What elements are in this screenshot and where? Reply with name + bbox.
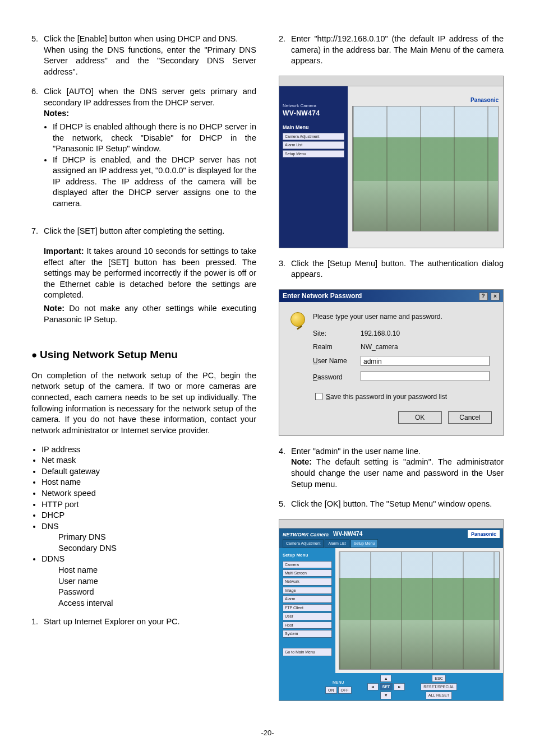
side-btn-host[interactable]: Host — [283, 622, 332, 629]
save-password-checkbox[interactable] — [315, 393, 322, 400]
close-icon[interactable]: × — [491, 293, 500, 300]
note-paragraph: Note: Do not make any other settings whi… — [44, 303, 256, 325]
save-password-label: Save this password in your password list — [326, 392, 447, 401]
note-text: Do not make any other settings while exe… — [44, 304, 256, 324]
req-host: Host name — [41, 477, 256, 488]
screenshot-setup-menu: NETWORK Camera WV-NW474 Panasonic Camera… — [279, 519, 504, 701]
req-ddns-label: DDNS — [41, 554, 64, 563]
side-btn-multiscreen[interactable]: Multi Screen — [283, 569, 332, 577]
important-label: Important: — [44, 247, 84, 256]
step-1-text: Start up Internet Explorer on your PC. — [44, 616, 256, 628]
req-ddns-user: User name — [58, 576, 256, 587]
step-text: Click the [Enable] button when using DHC… — [44, 34, 256, 77]
site-value: 192.168.0.10 — [361, 327, 492, 340]
req-http: HTTP port — [41, 499, 256, 511]
ctrl-left[interactable]: ◄ — [367, 683, 379, 690]
section-heading-text: Using Network Setup Menu — [40, 349, 178, 360]
sidebar-main-menu-label: Main Menu — [283, 124, 344, 131]
realm-label: Realm — [313, 340, 361, 354]
cancel-button[interactable]: Cancel — [448, 411, 492, 424]
side-btn-user[interactable]: User — [283, 613, 332, 620]
req-netmask: Net mask — [41, 455, 256, 466]
screenshot-main-menu: Network Camera WV-NW474 Main Menu Camera… — [279, 76, 504, 248]
username-input[interactable]: admin — [361, 356, 490, 366]
brand-logo: Panasonic — [352, 96, 499, 104]
ctrl-reset[interactable]: RESET/SPECIAL — [421, 683, 457, 690]
sidebar-btn-camera-adjustment[interactable]: Camera Adjustment — [283, 133, 344, 140]
ctrl-right[interactable]: ► — [394, 683, 405, 690]
setup-main-pane — [335, 548, 503, 673]
ctrl-menu-label: MENU — [333, 680, 344, 685]
req-ddns-interval: Access interval — [58, 598, 256, 609]
req-dns: DNS Primary DNS Secondary DNS — [41, 521, 256, 554]
ok-button[interactable]: OK — [398, 411, 442, 424]
side-btn-alarm[interactable]: Alarm — [283, 595, 332, 602]
side-btn-ftp[interactable]: FTP Client — [283, 604, 332, 611]
step-number: 3. — [279, 258, 291, 280]
step-2: 2. Enter "http://192.168.0.10" (the defa… — [279, 34, 504, 67]
step-number: 2. — [279, 34, 291, 67]
note-label: Note: — [44, 304, 64, 313]
ctrl-off[interactable]: OFF — [338, 687, 352, 694]
step-5-right-text: Click the [OK] button. The "Setup Menu" … — [291, 499, 504, 510]
ctrl-down[interactable]: ▼ — [380, 692, 391, 699]
step-5-right: 5. Click the [OK] button. The "Setup Men… — [279, 499, 504, 510]
req-dns-secondary: Secondary DNS — [58, 543, 256, 554]
screenshot-auth-dialog: Enter Network Password ? × Please type y… — [279, 289, 504, 436]
side-btn-system[interactable]: System — [283, 630, 332, 637]
requirements-list: IP address Net mask Default gateway Host… — [31, 444, 256, 609]
setup-sidebar: Setup Menu Camera Multi Screen Network I… — [279, 548, 335, 673]
step-7: 7. Click the [SET] button after completi… — [31, 226, 256, 237]
help-icon[interactable]: ? — [479, 293, 488, 300]
side-btn-image[interactable]: Image — [283, 587, 332, 594]
username-label: User Name — [313, 354, 361, 368]
realm-value: NW_camera — [361, 340, 492, 354]
step-number: 5. — [31, 34, 44, 77]
important-paragraph: Important: It takes around 10 seconds fo… — [44, 246, 256, 301]
page-number: -20- — [31, 728, 504, 738]
password-input[interactable] — [361, 371, 490, 381]
left-column: 5. Click the [Enable] button when using … — [31, 34, 256, 711]
req-ddns-pass: Password — [58, 587, 256, 598]
setup-control-bar: MENU ON OFF ▲ ◄ SET ► ▼ ESC — [279, 673, 503, 701]
req-ip: IP address — [41, 444, 256, 456]
setup-brand: Panasonic — [468, 530, 500, 538]
step-4-main: Enter "admin" in the user name line. — [291, 447, 421, 456]
step-number: 6. — [31, 86, 44, 217]
step-number: 5. — [279, 499, 291, 510]
ctrl-set[interactable]: SET — [380, 683, 393, 690]
ctrl-allreset[interactable]: ALL RESET — [426, 692, 452, 699]
sidebar-btn-alarm-list[interactable]: Alarm List — [283, 141, 344, 149]
req-dns-primary: Primary DNS — [58, 532, 256, 543]
step-1: 1. Start up Internet Explorer on your PC… — [31, 616, 256, 628]
step-4-note-text: The default setting is "admin". The admi… — [291, 457, 504, 488]
step-5-line-2: When using the DNS functions, enter the … — [44, 45, 256, 76]
ctrl-up[interactable]: ▲ — [380, 675, 391, 682]
right-column: 2. Enter "http://192.168.0.10" (the defa… — [279, 34, 504, 711]
step-5-line-1: Click the [Enable] button when using DHC… — [44, 34, 238, 43]
setup-logo: NETWORK Camera — [283, 531, 329, 538]
req-gateway: Default gateway — [41, 466, 256, 477]
key-icon — [290, 312, 305, 327]
req-ddns-host: Host name — [58, 565, 256, 576]
side-btn-camera[interactable]: Camera — [283, 561, 332, 568]
sidebar-btn-setup-menu[interactable]: Setup Menu — [283, 150, 344, 157]
setup-model: WV-NW474 — [333, 530, 362, 538]
password-label: Password — [313, 369, 361, 386]
side-btn-main-menu[interactable]: Go to Main Menu — [283, 648, 332, 656]
tab-alarm-list[interactable]: Alarm List — [325, 539, 349, 548]
browser-toolbar-2 — [279, 520, 503, 528]
tab-camera-adjustment[interactable]: Camera Adjustment — [283, 539, 324, 548]
ctrl-esc[interactable]: ESC — [432, 675, 445, 682]
sidebar-small-label: Network Camera — [283, 103, 344, 109]
save-password-row[interactable]: Save this password in your password list — [315, 392, 492, 401]
tab-setup-menu[interactable]: Setup Menu — [350, 539, 379, 548]
section-heading: Using Network Setup Menu — [31, 347, 256, 362]
camera-main-pane: Panasonic — [348, 86, 503, 248]
step-4-text: Enter "admin" in the user name line. Not… — [291, 446, 504, 490]
dialog-prompt: Please type your user name and password. — [313, 312, 492, 321]
req-dns-label: DNS — [41, 522, 59, 531]
step-number: 4. — [279, 446, 291, 490]
side-btn-network[interactable]: Network — [283, 578, 332, 585]
ctrl-on[interactable]: ON — [325, 687, 337, 694]
